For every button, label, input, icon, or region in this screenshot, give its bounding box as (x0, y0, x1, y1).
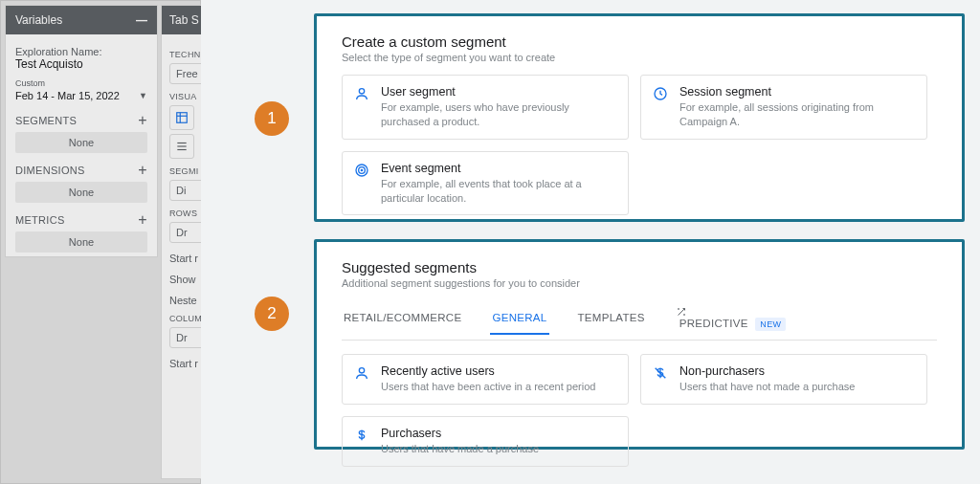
annotation-badge-2: 2 (255, 297, 289, 331)
session-segment-card[interactable]: Session segment For example, all session… (640, 75, 927, 140)
dimensions-section-label: DIMENSIONS (15, 165, 85, 176)
add-segment-button[interactable]: + (138, 115, 147, 126)
user-icon (354, 86, 369, 101)
recently-active-desc: Users that have been active in a recent … (381, 380, 616, 394)
svg-rect-0 (177, 113, 188, 123)
annotation-badge-1: 1 (255, 101, 289, 136)
viz-table-icon[interactable] (169, 105, 194, 130)
purchasers-card[interactable]: Purchasers Users that have made a purcha… (342, 416, 629, 467)
user-icon (354, 365, 369, 381)
non-purchasers-title: Non-purchasers (679, 364, 915, 378)
clock-icon (653, 86, 668, 101)
tab-general[interactable]: GENERAL (490, 308, 548, 335)
purchasers-desc: Users that have made a purchase (381, 442, 616, 456)
date-range-type-label: Custom (15, 78, 147, 88)
variables-panel-header: Variables — (6, 6, 157, 34)
custom-segment-title: Create a custom segment (342, 33, 937, 50)
exploration-name-value[interactable]: Test Acquisto (15, 57, 147, 71)
custom-segment-section: Create a custom segment Select the type … (314, 13, 965, 222)
purchasers-title: Purchasers (381, 427, 616, 440)
add-dimension-button[interactable]: + (138, 165, 147, 176)
segment-builder-modal: 1 2 Create a custom segment Select the t… (201, 0, 980, 484)
minimize-icon[interactable]: — (136, 13, 147, 27)
suggested-title: Suggested segments (342, 259, 937, 275)
custom-segment-subtitle: Select the type of segment you want to c… (342, 52, 937, 63)
exploration-name-label: Exploration Name: (15, 46, 147, 57)
non-purchasers-card[interactable]: Non-purchasers Users that have not made … (640, 354, 927, 405)
user-segment-title: User segment (381, 85, 616, 99)
dollar-icon (354, 428, 369, 443)
suggested-subtitle: Additional segment suggestions for you t… (342, 277, 937, 289)
date-range-picker[interactable]: Feb 14 - Mar 15, 2022 ▼ (15, 88, 147, 103)
variables-panel: Variables — Exploration Name: Test Acqui… (5, 5, 158, 257)
chevron-down-icon: ▼ (139, 91, 147, 100)
add-metric-button[interactable]: + (138, 214, 147, 226)
suggested-tabs: RETAIL/ECOMMERCE GENERAL TEMPLATES PREDI… (342, 302, 937, 341)
suggested-segments-section: Suggested segments Additional segment su… (314, 239, 965, 450)
no-dollar-icon (653, 365, 668, 381)
event-segment-desc: For example, all events that took place … (381, 177, 616, 206)
recently-active-title: Recently active users (381, 364, 616, 378)
magic-wand-icon (676, 306, 787, 318)
segments-section-label: SEGMENTS (15, 115, 77, 126)
user-segment-card[interactable]: User segment For example, users who have… (342, 75, 629, 140)
tab-templates[interactable]: TEMPLATES (576, 308, 647, 333)
event-segment-card[interactable]: Event segment For example, all events th… (342, 151, 629, 216)
session-segment-title: Session segment (679, 85, 915, 99)
metrics-section-label: METRICS (15, 214, 65, 226)
svg-point-6 (359, 89, 364, 94)
dimensions-none-pill[interactable]: None (15, 182, 147, 203)
segments-none-pill[interactable]: None (15, 132, 147, 153)
tab-predictive[interactable]: PREDICTIVE NEW (674, 302, 789, 340)
svg-point-11 (678, 309, 679, 310)
tab-retail-ecommerce[interactable]: RETAIL/ECOMMERCE (342, 308, 463, 333)
svg-point-13 (359, 368, 364, 373)
metrics-none-pill[interactable]: None (15, 231, 147, 253)
target-icon (354, 163, 369, 178)
svg-point-12 (683, 315, 684, 316)
tab-predictive-label: PREDICTIVE (679, 318, 748, 329)
recently-active-users-card[interactable]: Recently active users Users that have be… (342, 354, 629, 405)
new-badge: NEW (755, 318, 786, 331)
session-segment-desc: For example, all sessions originating fr… (679, 100, 915, 129)
svg-point-10 (361, 169, 362, 170)
non-purchasers-desc: Users that have not made a purchase (679, 380, 915, 394)
date-range-value: Feb 14 - Mar 15, 2022 (15, 90, 120, 101)
user-segment-desc: For example, users who have previously p… (381, 100, 616, 129)
viz-alt-icon[interactable] (169, 134, 194, 159)
variables-header-label: Variables (15, 13, 62, 27)
event-segment-title: Event segment (381, 162, 616, 175)
